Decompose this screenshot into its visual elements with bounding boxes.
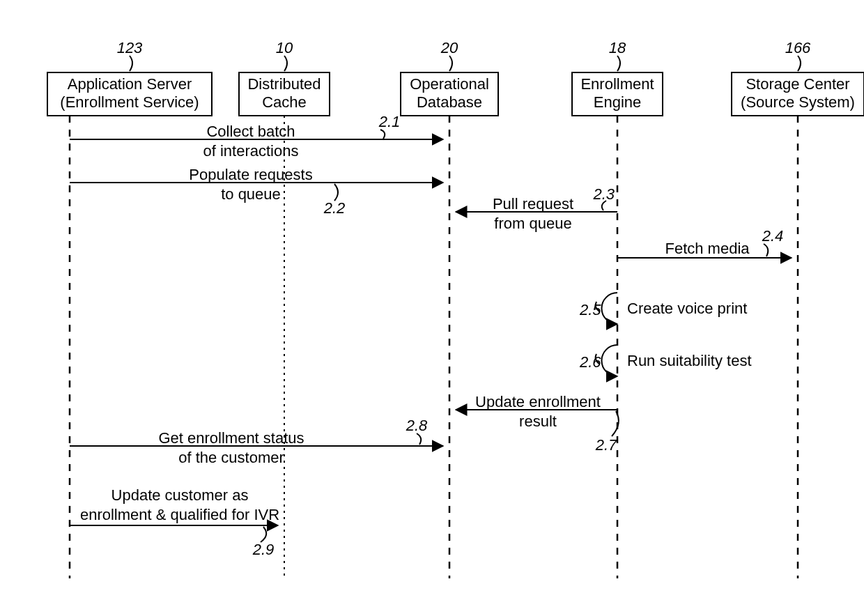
msg-label: Get enrollment status bbox=[158, 429, 304, 447]
participant-ref: 166 bbox=[785, 39, 811, 56]
msg-ref: 2.7 bbox=[595, 436, 617, 454]
participant-ref: 123 bbox=[117, 39, 143, 56]
msg-label: Populate requests bbox=[189, 166, 312, 183]
leader-line bbox=[334, 184, 338, 201]
msg-label: of the customer bbox=[178, 449, 284, 466]
participant-label: Database bbox=[417, 93, 482, 111]
msg-label: Update enrollment bbox=[475, 393, 601, 410]
participant-label: Cache bbox=[262, 93, 307, 111]
leader-line bbox=[417, 433, 421, 445]
msg-label: Fetch media bbox=[665, 240, 750, 257]
participant-enrollment-engine: Enrollment Engine 18 bbox=[572, 39, 663, 116]
msg-ref: 2.1 bbox=[378, 113, 401, 130]
participant-distributed-cache: Distributed Cache 10 bbox=[239, 39, 330, 116]
msg-populate-queue: Populate requests to queue 2.2 bbox=[70, 166, 443, 217]
msg-label: Update customer as bbox=[111, 486, 249, 504]
participant-label: (Source System) bbox=[741, 93, 855, 111]
msg-label: Pull request bbox=[493, 195, 573, 213]
msg-pull-request: Pull request from queue 2.3 bbox=[456, 185, 617, 232]
msg-ref: 2.9 bbox=[252, 541, 275, 558]
msg-run-suitability-test: Run suitability test 2.6 bbox=[579, 345, 752, 376]
participant-label: Storage Center bbox=[746, 75, 849, 93]
msg-update-enrollment-result: Update enrollment result 2.7 bbox=[456, 393, 619, 454]
participant-label: Application Server bbox=[68, 75, 192, 93]
msg-label: enrollment & qualified for IVR bbox=[80, 506, 279, 523]
msg-get-enrollment-status: Get enrollment status of the customer 2.… bbox=[70, 417, 443, 466]
msg-ref: 2.3 bbox=[592, 185, 615, 203]
leader-line bbox=[130, 56, 132, 71]
msg-label: Collect batch bbox=[206, 123, 295, 140]
msg-label: from queue bbox=[494, 215, 571, 232]
msg-ref: 2.4 bbox=[762, 227, 784, 245]
participant-label: Enrollment bbox=[580, 75, 654, 93]
msg-create-voice-print: Create voice print 2.5 bbox=[579, 293, 747, 324]
participant-application-server: Application Server (Enrollment Service) … bbox=[47, 39, 212, 116]
leader-line bbox=[380, 130, 385, 139]
participant-ref: 10 bbox=[276, 39, 293, 56]
leader-line bbox=[449, 56, 452, 71]
participant-label: Engine bbox=[594, 93, 642, 111]
msg-label: to queue bbox=[221, 185, 281, 203]
participant-ref: 20 bbox=[440, 39, 458, 56]
participant-label: (Enrollment Service) bbox=[60, 93, 199, 111]
msg-label: Create voice print bbox=[627, 300, 747, 317]
msg-fetch-media: Fetch media 2.4 bbox=[617, 227, 792, 258]
participant-label: Distributed bbox=[247, 75, 321, 93]
leader-line bbox=[284, 56, 287, 71]
leader-line bbox=[798, 56, 801, 71]
leader-line bbox=[764, 244, 768, 256]
participant-ref: 18 bbox=[609, 39, 626, 56]
leader-line bbox=[261, 527, 266, 542]
msg-label: of interactions bbox=[203, 142, 299, 160]
msg-label: result bbox=[519, 413, 557, 430]
leader-line bbox=[617, 56, 620, 71]
participant-storage-center: Storage Center (Source System) 166 bbox=[732, 39, 864, 116]
msg-ref: 2.8 bbox=[406, 417, 428, 434]
participant-label: Operational bbox=[410, 75, 489, 93]
msg-label: Run suitability test bbox=[627, 352, 752, 369]
participant-operational-database: Operational Database 20 bbox=[401, 39, 498, 116]
msg-update-customer-ivr: Update customer as enrollment & qualifie… bbox=[70, 486, 279, 558]
msg-ref: 2.2 bbox=[323, 199, 346, 217]
msg-collect-batch: Collect batch of interactions 2.1 bbox=[70, 113, 443, 160]
sequence-diagram: Application Server (Enrollment Service) … bbox=[0, 0, 864, 616]
